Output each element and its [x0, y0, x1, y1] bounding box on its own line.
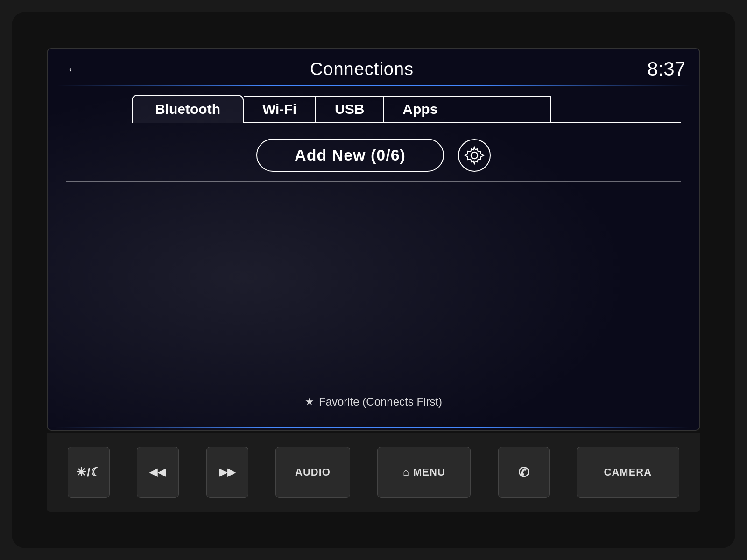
tab-apps[interactable]: Apps: [384, 96, 551, 123]
add-new-button[interactable]: Add New (0/6): [256, 139, 444, 172]
tabs-row: Bluetooth Wi-Fi USB Apps: [48, 86, 699, 123]
empty-device-list: [66, 182, 681, 391]
bottom-glow-line: [57, 427, 690, 428]
brightness-button[interactable]: ☀/☾: [68, 447, 110, 498]
tab-usb[interactable]: USB: [316, 96, 384, 123]
audio-label: AUDIO: [295, 466, 331, 478]
gear-icon: [464, 145, 485, 166]
prev-track-button[interactable]: ◀◀: [137, 447, 179, 498]
star-icon: ★: [305, 396, 314, 408]
content-area: Add New (0/6) ★ Favorite (Connects First…: [48, 123, 699, 427]
next-track-icon: ▶▶: [219, 466, 236, 478]
screen-title: Connections: [85, 59, 639, 79]
tab-bluetooth[interactable]: Bluetooth: [132, 95, 244, 123]
add-new-row: Add New (0/6): [66, 134, 681, 181]
next-track-button[interactable]: ▶▶: [206, 447, 248, 498]
settings-button[interactable]: [458, 139, 491, 172]
header: ← Connections 8:37: [48, 49, 699, 85]
menu-label: MENU: [413, 466, 445, 478]
outer-frame: ← Connections 8:37 Bluetooth Wi-Fi USB A…: [12, 12, 735, 548]
camera-label: CAMERA: [604, 466, 652, 478]
prev-track-icon: ◀◀: [149, 466, 166, 478]
hardware-buttons-bar: ☀/☾ ◀◀ ▶▶ AUDIO ⌂ MENU ✆ CAMERA: [47, 433, 700, 512]
home-icon: ⌂: [403, 466, 409, 478]
phone-button[interactable]: ✆: [498, 447, 550, 498]
svg-point-0: [471, 152, 478, 159]
screen: ← Connections 8:37 Bluetooth Wi-Fi USB A…: [47, 48, 700, 431]
menu-button[interactable]: ⌂ MENU: [377, 447, 471, 498]
tab-wifi[interactable]: Wi-Fi: [244, 96, 316, 123]
phone-icon: ✆: [518, 465, 529, 480]
favorite-label: Favorite (Connects First): [319, 395, 442, 408]
favorite-legend: ★ Favorite (Connects First): [66, 391, 681, 416]
clock-display: 8:37: [639, 58, 685, 80]
brightness-icon: ☀/☾: [76, 465, 102, 480]
camera-button[interactable]: CAMERA: [577, 447, 679, 498]
audio-button[interactable]: AUDIO: [275, 447, 350, 498]
back-button[interactable]: ←: [62, 57, 85, 81]
back-icon: ←: [66, 61, 81, 78]
